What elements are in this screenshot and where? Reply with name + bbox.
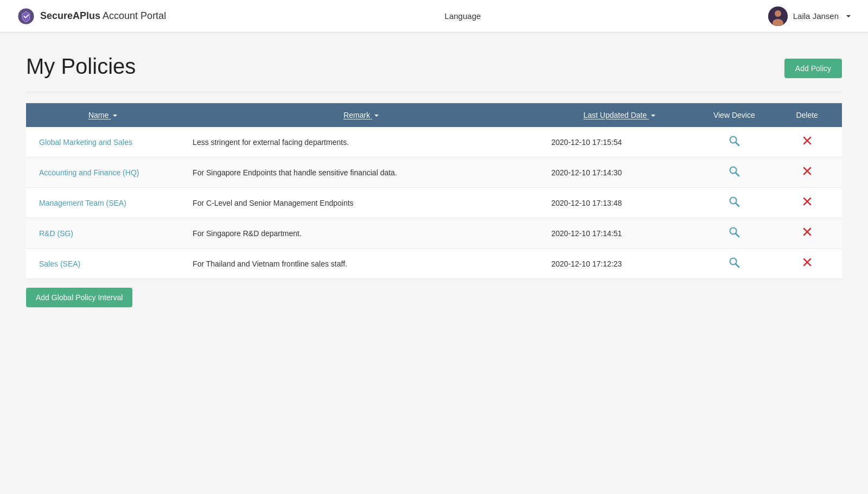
policy-name-cell: Management Team (SEA) (26, 188, 180, 218)
remark-sort-icon (374, 115, 379, 117)
language-button[interactable]: Language (441, 9, 494, 23)
policy-remark-cell: Less stringent for external facing depar… (180, 127, 542, 157)
brand-logo-icon (17, 8, 35, 25)
brand-title: SecureAPlus Account Portal (40, 10, 166, 22)
policy-date-cell: 2020-12-10 17:14:30 (542, 157, 696, 188)
policy-view-cell (696, 127, 772, 157)
policy-date-cell: 2020-12-10 17:14:51 (542, 218, 696, 249)
policy-delete-cell (772, 157, 842, 188)
table-row: R&D (SG) For Singapore R&D department. 2… (26, 218, 842, 249)
column-last-updated-date[interactable]: Last Updated Date (542, 103, 696, 127)
policy-name-cell: Global Marketing and Sales (26, 127, 180, 157)
policy-name-link[interactable]: Accounting and Finance (HQ) (39, 168, 139, 177)
policy-remark-cell: For Singapore Endpoints that handle sens… (180, 157, 542, 188)
user-name-label: Laila Jansen (793, 11, 839, 21)
divider (26, 92, 842, 92)
user-menu[interactable]: Laila Jansen (768, 7, 851, 26)
policy-date-cell: 2020-12-10 17:15:54 (542, 127, 696, 157)
policy-view-cell (696, 249, 772, 279)
column-name-label: Name (88, 111, 108, 119)
table-body: Global Marketing and Sales Less stringen… (26, 127, 842, 279)
view-device-icon[interactable] (728, 165, 740, 180)
policy-view-cell (696, 188, 772, 218)
view-device-icon[interactable] (728, 195, 740, 210)
policy-remark-cell: For C-Level and Senior Management Endpoi… (180, 188, 542, 218)
column-view-label: View Device (713, 111, 755, 119)
column-remark[interactable]: Remark (180, 103, 542, 127)
table-row: Sales (SEA) For Thailand and Vietnam fro… (26, 249, 842, 279)
avatar (768, 7, 788, 26)
table-row: Global Marketing and Sales Less stringen… (26, 127, 842, 157)
navbar-language[interactable]: Language (441, 9, 494, 23)
policy-view-cell (696, 157, 772, 188)
svg-line-5 (736, 142, 739, 145)
policy-name-link[interactable]: R&D (SG) (39, 229, 73, 238)
column-remark-label: Remark (343, 111, 370, 119)
svg-line-17 (736, 233, 739, 237)
table-row: Management Team (SEA) For C-Level and Se… (26, 188, 842, 218)
policy-date-cell: 2020-12-10 17:12:23 (542, 249, 696, 279)
column-name[interactable]: Name (26, 103, 180, 127)
svg-point-2 (775, 10, 781, 17)
brand: SecureAPlus Account Portal (17, 8, 166, 25)
policy-delete-cell (772, 249, 842, 279)
add-global-policy-button[interactable]: Add Global Policy Interval (26, 288, 132, 307)
policy-name-cell: R&D (SG) (26, 218, 180, 249)
main-content: My Policies Add Policy Name Remark Last … (0, 33, 868, 329)
delete-icon[interactable] (802, 197, 812, 209)
navbar: SecureAPlus Account Portal Language Lail… (0, 0, 868, 33)
policy-name-link[interactable]: Management Team (SEA) (39, 199, 126, 207)
policy-date-cell: 2020-12-10 17:13:48 (542, 188, 696, 218)
delete-icon[interactable] (802, 136, 812, 148)
policy-name-link[interactable]: Global Marketing and Sales (39, 138, 132, 147)
table-row: Accounting and Finance (HQ) For Singapor… (26, 157, 842, 188)
view-device-icon[interactable] (728, 135, 740, 149)
column-delete-label: Delete (796, 111, 818, 119)
user-menu-caret-icon (846, 15, 851, 17)
date-sort-icon (651, 115, 655, 117)
column-date-label: Last Updated Date (583, 111, 647, 119)
language-caret-icon (485, 15, 489, 17)
column-delete: Delete (772, 103, 842, 127)
policy-view-cell (696, 218, 772, 249)
policy-remark-cell: For Singapore R&D department. (180, 218, 542, 249)
delete-icon[interactable] (802, 227, 812, 239)
language-label: Language (445, 11, 481, 21)
delete-icon[interactable] (802, 257, 812, 270)
page-title: My Policies (26, 54, 136, 79)
svg-line-13 (736, 203, 739, 206)
delete-icon[interactable] (802, 166, 812, 179)
svg-line-9 (736, 173, 739, 176)
view-device-icon[interactable] (728, 256, 740, 271)
add-policy-button[interactable]: Add Policy (784, 59, 842, 78)
policy-name-link[interactable]: Sales (SEA) (39, 259, 80, 268)
policy-delete-cell (772, 127, 842, 157)
page-header: My Policies Add Policy (26, 54, 842, 79)
policy-remark-cell: For Thailand and Vietnam frontline sales… (180, 249, 542, 279)
policy-name-cell: Sales (SEA) (26, 249, 180, 279)
table-header: Name Remark Last Updated Date View Devic… (26, 103, 842, 127)
view-device-icon[interactable] (728, 226, 740, 240)
svg-line-21 (736, 264, 739, 267)
name-sort-icon (113, 115, 117, 117)
policy-delete-cell (772, 218, 842, 249)
policy-name-cell: Accounting and Finance (HQ) (26, 157, 180, 188)
column-view-device: View Device (696, 103, 772, 127)
policy-delete-cell (772, 188, 842, 218)
policies-table: Name Remark Last Updated Date View Devic… (26, 103, 842, 279)
